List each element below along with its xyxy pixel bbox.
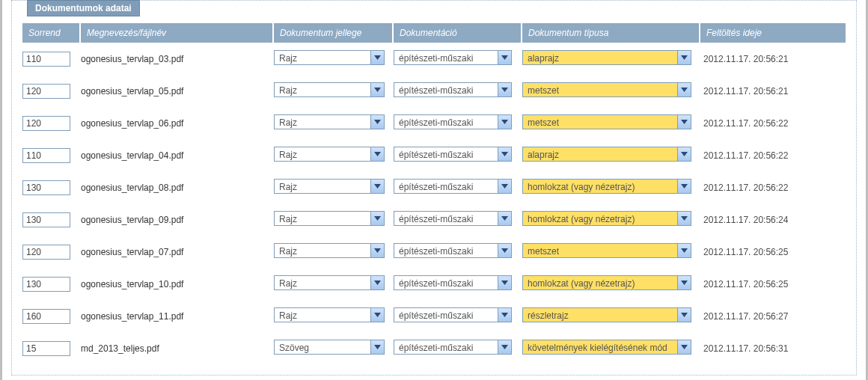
type-select[interactable]: részletrajz <box>522 307 691 322</box>
table-row: ogonesius_tervlap_11.pdf Rajz építészeti… <box>22 300 846 332</box>
filename-label: ogonesius_tervlap_06.pdf <box>81 118 183 129</box>
jelleg-value: Rajz <box>274 179 385 194</box>
jelleg-value: Rajz <box>274 275 385 290</box>
dokumentacio-select[interactable]: építészeti-műszaki <box>394 114 512 129</box>
order-input[interactable] <box>22 309 70 324</box>
order-input[interactable] <box>22 148 70 163</box>
col-file: Megnevezés/fájlnév <box>81 23 274 43</box>
jelleg-value: Rajz <box>274 50 385 65</box>
type-select[interactable]: követelmények kielégítésének mód <box>522 340 691 355</box>
order-input[interactable] <box>22 52 70 67</box>
order-input[interactable] <box>22 212 70 227</box>
type-select[interactable]: metszet <box>522 114 691 129</box>
filename-label: ogonesius_tervlap_09.pdf <box>81 215 183 225</box>
dokumentacio-select[interactable]: építészeti-műszaki <box>394 275 512 290</box>
upload-timestamp: 2012.11.17. 20:56:22 <box>700 150 788 161</box>
upload-timestamp: 2012.11.17. 20:56:21 <box>700 54 788 64</box>
jelleg-select[interactable]: Rajz <box>274 50 385 65</box>
order-input[interactable] <box>22 84 70 99</box>
dokumentacio-value: építészeti-műszaki <box>394 211 512 226</box>
jelleg-value: Rajz <box>274 114 385 129</box>
document-data-panel: Dokumentumok adatai Sorrend Megnevezés/f… <box>11 0 857 376</box>
jelleg-select[interactable]: Rajz <box>274 147 385 162</box>
chevron-down-icon <box>677 83 691 96</box>
type-select[interactable]: metszet <box>522 243 691 258</box>
app-window: Dokumentumok adatai Sorrend Megnevezés/f… <box>0 0 868 380</box>
upload-timestamp: 2012.11.17. 20:56:22 <box>700 118 788 129</box>
type-select[interactable]: alaprajz <box>522 147 691 162</box>
table-row: ogonesius_tervlap_03.pdf Rajz építészeti… <box>22 43 846 75</box>
dokumentacio-value: építészeti-műszaki <box>394 50 512 65</box>
filename-label: ogonesius_tervlap_11.pdf <box>81 311 183 322</box>
filename-label: ogonesius_tervlap_05.pdf <box>81 86 183 96</box>
dokumentacio-select[interactable]: építészeti-műszaki <box>394 82 512 97</box>
jelleg-value: Rajz <box>274 211 385 226</box>
dokumentacio-value: építészeti-műszaki <box>394 243 512 258</box>
jelleg-select[interactable]: Rajz <box>274 211 385 226</box>
upload-timestamp: 2012.11.17. 20:56:22 <box>700 183 788 193</box>
dokumentacio-select[interactable]: építészeti-műszaki <box>394 307 512 322</box>
chevron-down-icon <box>370 276 384 289</box>
jelleg-select[interactable]: Rajz <box>274 307 385 322</box>
chevron-down-icon <box>498 212 511 225</box>
type-value: alaprajz <box>522 147 691 162</box>
table-row: ogonesius_tervlap_10.pdf Rajz építészeti… <box>22 268 846 300</box>
type-value: homlokzat (vagy nézetrajz) <box>522 275 691 290</box>
jelleg-select[interactable]: Rajz <box>274 179 385 194</box>
filename-label: ogonesius_tervlap_03.pdf <box>81 54 183 64</box>
table-row: ogonesius_tervlap_04.pdf Rajz építészeti… <box>22 139 846 171</box>
order-input[interactable] <box>22 341 70 356</box>
upload-timestamp: 2012.11.17. 20:56:25 <box>700 279 788 289</box>
dokumentacio-select[interactable]: építészeti-műszaki <box>394 211 512 226</box>
chevron-down-icon <box>498 147 511 161</box>
chevron-down-icon <box>498 308 511 322</box>
order-input[interactable] <box>22 245 70 260</box>
jelleg-value: Szöveg <box>274 340 385 355</box>
jelleg-select[interactable]: Rajz <box>274 275 385 290</box>
dokumentacio-select[interactable]: építészeti-műszaki <box>394 147 512 162</box>
type-select[interactable]: homlokzat (vagy nézetrajz) <box>522 211 691 226</box>
chevron-down-icon <box>677 340 691 354</box>
type-select[interactable]: metszet <box>522 82 691 97</box>
table-row: md_2013_teljes.pdf Szöveg építészeti-műs… <box>22 332 846 364</box>
filename-label: ogonesius_tervlap_04.pdf <box>81 150 183 161</box>
chevron-down-icon <box>498 340 511 354</box>
dokumentacio-value: építészeti-műszaki <box>394 82 512 97</box>
jelleg-select[interactable]: Rajz <box>274 243 385 258</box>
type-select[interactable]: homlokzat (vagy nézetrajz) <box>522 179 691 194</box>
dokumentacio-select[interactable]: építészeti-műszaki <box>394 340 512 355</box>
type-value: részletrajz <box>522 307 691 322</box>
type-select[interactable]: homlokzat (vagy nézetrajz) <box>522 275 691 290</box>
chevron-down-icon <box>370 340 384 354</box>
dokumentacio-select[interactable]: építészeti-műszaki <box>394 243 512 258</box>
order-input[interactable] <box>22 277 70 292</box>
table-row: ogonesius_tervlap_07.pdf Rajz építészeti… <box>22 236 846 268</box>
chevron-down-icon <box>677 51 691 64</box>
upload-timestamp: 2012.11.17. 20:56:21 <box>700 86 788 96</box>
order-input[interactable] <box>22 116 70 131</box>
chevron-down-icon <box>677 180 691 193</box>
jelleg-value: Rajz <box>274 82 385 97</box>
col-order: Sorrend <box>22 23 81 43</box>
chevron-down-icon <box>370 244 384 257</box>
order-input[interactable] <box>22 180 70 195</box>
jelleg-select[interactable]: Rajz <box>274 82 385 97</box>
type-value: homlokzat (vagy nézetrajz) <box>522 179 691 194</box>
chevron-down-icon <box>498 244 511 257</box>
filename-label: md_2013_teljes.pdf <box>81 343 159 354</box>
table-row: ogonesius_tervlap_09.pdf Rajz építészeti… <box>22 203 846 236</box>
dokumentacio-value: építészeti-műszaki <box>394 114 512 129</box>
type-select[interactable]: alaprajz <box>522 50 691 65</box>
dokumentacio-select[interactable]: építészeti-műszaki <box>394 50 512 65</box>
col-upload: Feltöltés ideje <box>700 23 846 43</box>
filename-label: ogonesius_tervlap_08.pdf <box>81 183 183 193</box>
chevron-down-icon <box>370 83 384 96</box>
jelleg-select[interactable]: Szöveg <box>274 340 385 355</box>
jelleg-select[interactable]: Rajz <box>274 114 385 129</box>
dokumentacio-select[interactable]: építészeti-műszaki <box>394 179 512 194</box>
type-value: metszet <box>522 82 691 97</box>
col-doku: Dokumentáció <box>394 23 522 43</box>
chevron-down-icon <box>677 147 691 161</box>
table-header: Sorrend Megnevezés/fájlnév Dokumentum je… <box>22 23 846 43</box>
chevron-down-icon <box>370 115 384 129</box>
